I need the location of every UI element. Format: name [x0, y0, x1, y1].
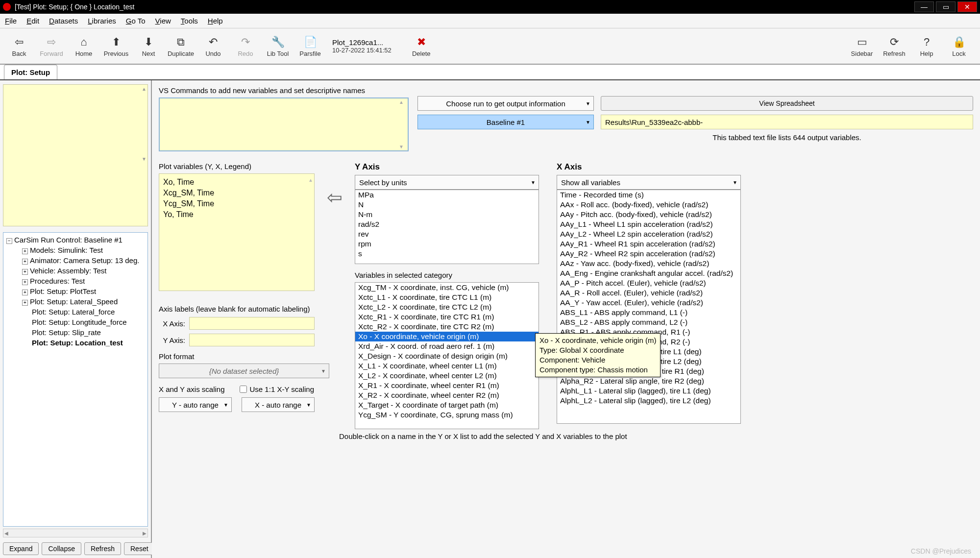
list-item[interactable]: X_Design - X coordinate of design origin…	[355, 351, 539, 361]
list-item[interactable]: Xo, Time	[163, 177, 310, 188]
x-vars-list[interactable]: Time - Recorded time (s)AAx - Roll acc. …	[557, 190, 741, 424]
expand-icon[interactable]: +	[22, 248, 28, 254]
previous-button[interactable]: ⬆Previous	[101, 31, 131, 61]
list-item[interactable]: Ycg_SM - Y coordinate, CG, sprung mass (…	[355, 410, 539, 420]
tree-item-selected[interactable]: Plot: Setup: Location_test	[12, 338, 147, 348]
list-item[interactable]: ABS_L2 - ABS apply command, L2 (-)	[557, 317, 740, 327]
expand-icon[interactable]: +	[22, 279, 28, 285]
menu-tools[interactable]: Tools	[181, 17, 198, 25]
lock-button[interactable]: 🔒Lock	[944, 31, 974, 61]
list-item[interactable]: AA_Y - Yaw accel. (Euler), vehicle (rad/…	[557, 298, 740, 308]
list-item[interactable]: AAy_L2 - Wheel L2 spin acceleration (rad…	[557, 229, 740, 239]
y-vars-list[interactable]: Xcg_TM - X coordinate, inst. CG, vehicle…	[355, 282, 539, 429]
list-item[interactable]: rad/s2	[355, 219, 539, 229]
reset-button[interactable]: Reset	[124, 542, 155, 555]
y-scale-combo[interactable]: Y - auto range▼	[159, 397, 232, 412]
results-path-field[interactable]: Results\Run_5339ea2c-abbb-	[601, 115, 973, 129]
list-item[interactable]: AA_P - Pitch accel. (Euler), vehicle (ra…	[557, 278, 740, 288]
undo-button[interactable]: ↶Undo	[198, 31, 228, 61]
next-button[interactable]: ⬇Next	[133, 31, 164, 61]
list-item[interactable]: Ycg_SM, Time	[163, 198, 310, 209]
list-item[interactable]: s	[355, 249, 539, 259]
list-item[interactable]: AAy_R2 - Wheel R2 spin acceleration (rad…	[557, 249, 740, 259]
delete-button[interactable]: ✖Delete	[406, 31, 437, 61]
refresh-button[interactable]: ⟳Refresh	[879, 31, 909, 61]
list-item[interactable]: AAz - Yaw acc. (body-fixed), vehicle (ra…	[557, 259, 740, 268]
tree-item[interactable]: +Procedures: Test	[12, 276, 147, 286]
collapse-icon[interactable]: −	[6, 238, 12, 244]
list-item[interactable]: AlphL_L2 - Lateral slip (lagged), tire L…	[557, 396, 740, 406]
tree-refresh-button[interactable]: Refresh	[84, 542, 121, 555]
list-item[interactable]: Yo, Time	[163, 209, 310, 220]
libtool-button[interactable]: 🔧Lib Tool	[263, 31, 293, 61]
tree-item[interactable]: Plot: Setup: Slip_rate	[12, 327, 147, 338]
menu-file[interactable]: File	[5, 17, 17, 25]
list-item[interactable]: Alpha_R2 - Lateral slip angle, tire R2 (…	[557, 376, 740, 386]
collapse-button[interactable]: Collapse	[42, 542, 81, 555]
menu-libraries[interactable]: Libraries	[88, 17, 116, 25]
expand-icon[interactable]: +	[22, 269, 28, 275]
view-spreadsheet-button[interactable]: View Spreadsheet	[601, 96, 973, 111]
xaxis-input[interactable]	[189, 317, 315, 330]
list-item[interactable]: AA_Eng - Engine crankshaft angular accel…	[557, 268, 740, 278]
back-button[interactable]: ⇦Back	[4, 31, 34, 61]
menu-goto[interactable]: Go To	[126, 17, 146, 25]
sidebar-button[interactable]: ▭Sidebar	[847, 31, 877, 61]
list-item[interactable]: Xrd_Air - X coord. of road aero ref. 1 (…	[355, 341, 539, 351]
list-item[interactable]: X_L2 - X coordinate, wheel center L2 (m)	[355, 371, 539, 381]
plot-format-combo[interactable]: {No dataset selected}▼	[159, 364, 329, 378]
list-item[interactable]: Xctc_L2 - X coordinate, tire CTC L2 (m)	[355, 302, 539, 312]
run-select-combo[interactable]: Choose run to get output information▼	[417, 96, 594, 111]
list-item[interactable]: Xctc_R1 - X coordinate, tire CTC R1 (m)	[355, 312, 539, 322]
list-item[interactable]: Xo - X coordinate, vehicle origin (m)	[355, 332, 539, 341]
expand-icon[interactable]: +	[22, 259, 28, 265]
menu-edit[interactable]: Edit	[26, 17, 39, 25]
vs-commands-input[interactable]: ▲▼	[159, 97, 409, 151]
list-item[interactable]: N-m	[355, 210, 539, 219]
baseline-combo[interactable]: Baseline #1▼	[417, 115, 594, 129]
list-item[interactable]: Xcg_SM, Time	[163, 188, 310, 198]
list-item[interactable]: X_L1 - X coordinate, wheel center L1 (m)	[355, 361, 539, 371]
tab-plot-setup[interactable]: Plot: Setup	[4, 65, 57, 79]
expand-button[interactable]: Expand	[3, 542, 39, 555]
parsfile-button[interactable]: 📄Parsfile	[295, 31, 325, 61]
tree-view[interactable]: −CarSim Run Control: Baseline #1 +Models…	[3, 232, 148, 527]
menu-help[interactable]: Help	[208, 17, 223, 25]
home-button[interactable]: ⌂Home	[69, 31, 99, 61]
close-button[interactable]: ✕	[957, 1, 977, 12]
menu-view[interactable]: View	[155, 17, 171, 25]
list-item[interactable]: rev	[355, 229, 539, 239]
duplicate-button[interactable]: ⧉Duplicate	[166, 31, 196, 61]
list-item[interactable]: X_R1 - X coordinate, wheel center R1 (m)	[355, 381, 539, 390]
menu-datasets[interactable]: Datasets	[49, 17, 78, 25]
maximize-button[interactable]: ▭	[936, 1, 956, 12]
tree-item[interactable]: Plot: Setup: Longtitude_force	[12, 317, 147, 327]
list-item[interactable]: MPa	[355, 190, 539, 200]
tree-hscroll[interactable]: ◀▶	[3, 529, 148, 537]
list-item[interactable]: N	[355, 200, 539, 210]
tree-item[interactable]: +Models: Simulink: Test	[12, 245, 147, 255]
list-item[interactable]: X_R2 - X coordinate, wheel center R2 (m)	[355, 390, 539, 400]
tree-item[interactable]: Plot: Setup: Lateral_force	[12, 307, 147, 317]
use-11-checkbox[interactable]: Use 1:1 X-Y scaling	[240, 385, 314, 393]
list-item[interactable]: Xctc_L1 - X coordinate, tire CTC L1 (m)	[355, 292, 539, 302]
x-scale-combo[interactable]: X - auto range▼	[242, 397, 315, 412]
plot-vars-list[interactable]: Xo, Time Xcg_SM, Time Ycg_SM, Time Yo, T…	[159, 173, 315, 291]
redo-button[interactable]: ↷Redo	[230, 31, 261, 61]
tree-item[interactable]: +Animator: Camera Setup: 13 deg.	[12, 255, 147, 266]
list-item[interactable]: AAy - Pitch acc. (body-fixed), vehicle (…	[557, 210, 740, 219]
expand-icon[interactable]: +	[22, 300, 28, 306]
list-item[interactable]: AlphL_L1 - Lateral slip (lagged), tire L…	[557, 386, 740, 396]
list-item[interactable]: AAy_L1 - Wheel L1 spin acceleration (rad…	[557, 219, 740, 229]
yaxis-input[interactable]	[189, 334, 315, 346]
list-item[interactable]: X_Target - X coordinate of target path (…	[355, 400, 539, 410]
list-item[interactable]: AAy_R1 - Wheel R1 spin acceleration (rad…	[557, 239, 740, 249]
list-item[interactable]: rpm	[355, 239, 539, 249]
expand-icon[interactable]: +	[22, 290, 28, 295]
list-item[interactable]: ABS_L1 - ABS apply command, L1 (-)	[557, 308, 740, 317]
add-arrow[interactable]: ⇦	[323, 162, 346, 208]
notes-box[interactable]: ▲▼	[3, 84, 148, 226]
list-item[interactable]: AAx - Roll acc. (body-fixed), vehicle (r…	[557, 200, 740, 210]
help-button[interactable]: ?Help	[911, 31, 942, 61]
list-item[interactable]: Xcg_TM - X coordinate, inst. CG, vehicle…	[355, 283, 539, 292]
